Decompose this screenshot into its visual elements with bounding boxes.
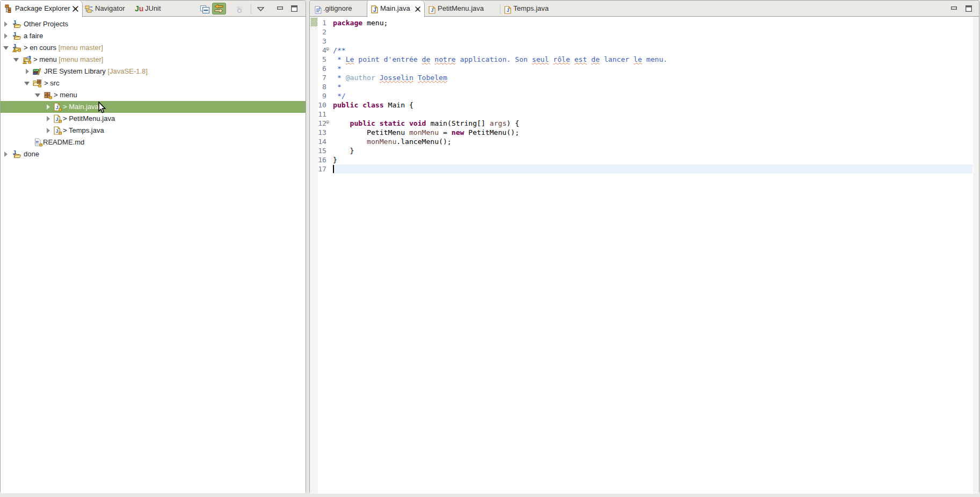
svg-text:J: J — [13, 20, 16, 26]
svg-text:J: J — [13, 32, 16, 38]
svg-text:J: J — [13, 150, 16, 156]
svg-text:J: J — [506, 8, 509, 13]
svg-text:J: J — [373, 7, 376, 13]
svg-text:J: J — [431, 8, 433, 13]
svg-text:J: J — [13, 44, 16, 49]
svg-text:J: J — [56, 116, 59, 122]
svg-text:J: J — [56, 128, 59, 134]
svg-text:J: J — [56, 104, 59, 110]
svg-text:w: w — [35, 140, 39, 143]
